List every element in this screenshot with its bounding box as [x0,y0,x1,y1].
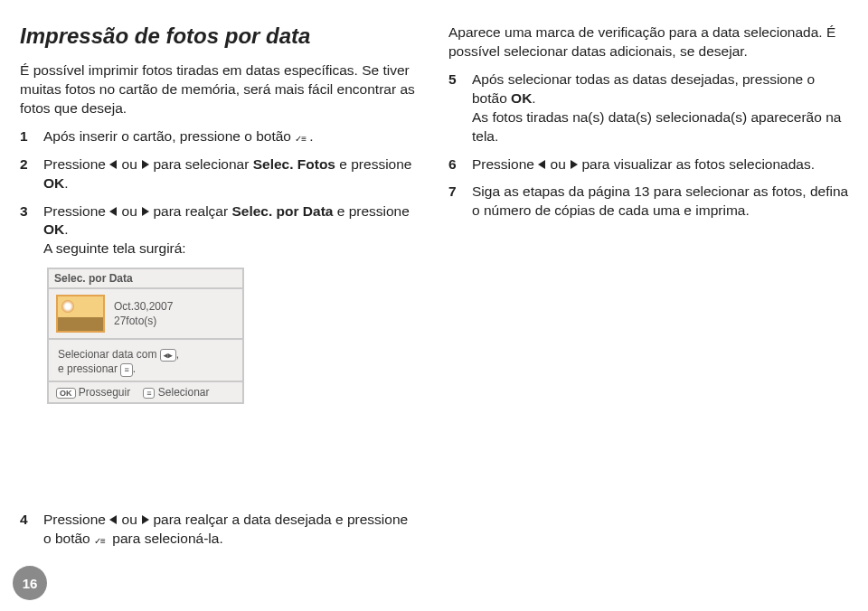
intro-text: É possível imprimir fotos tiradas em dat… [20,61,423,118]
step-2: 2 Pressione ou para selecionar Selec. Fo… [20,155,423,193]
ok-key-icon: OK [56,388,76,399]
step-1-text: Após inserir o cartão, pressione o botão… [43,127,314,146]
lr-key-icon: ◂▸ [160,349,176,362]
step-6-text: Pressione ou para visualizar as fotos se… [472,155,815,174]
step-2-text: Pressione ou para selecionar Selec. Foto… [43,155,423,193]
triangle-right-icon [142,207,149,216]
step-3: 3 Pressione ou para realçar Selec. por D… [20,202,423,259]
step-3-num: 3 [20,202,34,259]
step-7-num: 7 [448,183,463,221]
step-6-num: 6 [448,155,463,174]
step-7-text: Siga as etapas da página 13 para selecio… [472,183,852,221]
step-5-num: 5 [448,70,463,146]
step-4-text: Pressione ou para realçar a data desejad… [43,511,409,549]
screen-date: Oct.30,2007 [114,299,173,315]
step-6: 6 Pressione ou para visualizar as fotos … [448,155,852,174]
step-4: 4 Pressione ou para realçar a data desej… [20,502,409,549]
step-5-text: Após selecionar todas as datas desejadas… [472,70,852,146]
menu-icon [295,128,309,139]
page-title: Impressão de fotos por data [20,24,423,49]
step-4-num: 4 [20,511,34,549]
menu-icon [94,531,108,541]
right-intro: Aparece uma marca de verificação para a … [448,24,852,61]
device-screenshot: Selec. por Data Oct.30,2007 27foto(s) Se… [47,268,244,403]
triangle-right-icon [142,160,149,169]
screen-footer: OK Prosseguir ≡ Selecionar [49,382,242,402]
triangle-left-icon [109,515,117,524]
step-1: 1 Após inserir o cartão, pressione o bot… [20,127,423,146]
step-2-num: 2 [20,155,34,193]
select-key-icon: ≡ [143,388,155,399]
screen-date-row: Oct.30,2007 27foto(s) [49,289,242,340]
step-5: 5 Após selecionar todas as datas desejad… [448,70,852,146]
step-1-num: 1 [20,127,34,146]
triangle-left-icon [109,160,117,169]
step-7: 7 Siga as etapas da página 13 para selec… [448,183,852,221]
triangle-left-icon [109,207,117,216]
screen-instructions: Selecionar data com ◂▸, e pressionar ≡. [49,340,242,381]
triangle-right-icon [571,160,578,169]
page-number: 16 [13,566,47,600]
step-3-text: Pressione ou para realçar Selec. por Dat… [43,202,423,259]
menu-key-icon: ≡ [120,363,132,376]
triangle-left-icon [538,160,545,169]
thumbnail-icon [56,295,105,333]
screen-count: 27foto(s) [114,314,173,329]
triangle-right-icon [142,515,149,524]
screen-header: Selec. por Data [49,269,242,289]
